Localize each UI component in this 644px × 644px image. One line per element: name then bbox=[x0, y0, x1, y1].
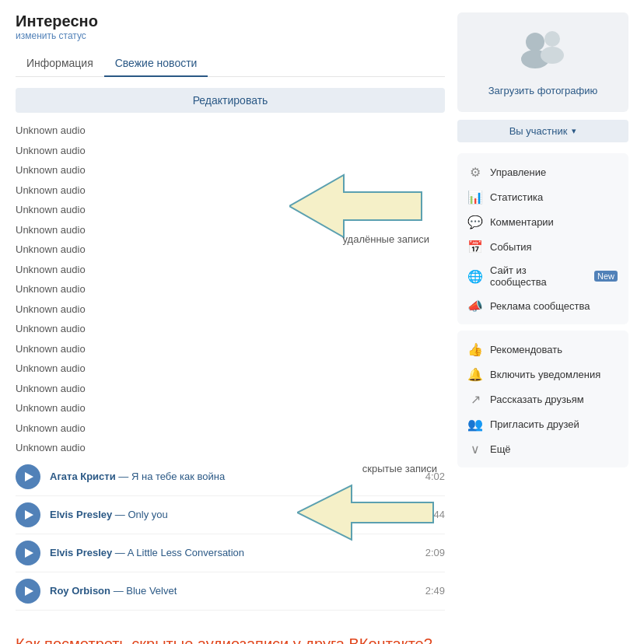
track-title: Я на тебе как война bbox=[131, 471, 225, 482]
change-status-link[interactable]: изменить статус bbox=[16, 30, 445, 41]
sidebar-menu-item[interactable]: 📣 Реклама сообщества bbox=[457, 293, 628, 318]
sidebar-more-item[interactable]: 👍 Рекомендовать bbox=[457, 337, 628, 362]
track-separator: — bbox=[115, 547, 128, 558]
bottom-question: Как посмотреть скрытые аудиозаписи у дру… bbox=[0, 623, 644, 645]
unknown-audio-item: Unknown audio bbox=[16, 299, 445, 320]
tracks-section: Агата Кристи — Я на тебе как война 4:02 … bbox=[16, 458, 445, 611]
sidebar-more-item[interactable]: 👥 Пригласить друзей bbox=[457, 411, 628, 436]
more-menu-label: Включить уведомления bbox=[490, 369, 600, 380]
group-title: Интересно bbox=[16, 12, 445, 30]
main-layout: Интересно изменить статус Информация Све… bbox=[0, 0, 644, 623]
unknown-audio-item: Unknown audio bbox=[16, 379, 445, 399]
group-header: Интересно изменить статус bbox=[16, 12, 445, 41]
sidebar-menu-item[interactable]: 📊 Статистика bbox=[457, 184, 628, 209]
unknown-audio-item: Unknown audio bbox=[16, 339, 445, 359]
menu-item-label: Статистика bbox=[490, 191, 543, 203]
unknown-audio-item: Unknown audio bbox=[16, 160, 445, 180]
unknown-audio-item: Unknown audio bbox=[16, 418, 445, 439]
unknown-audio-item: Unknown audio bbox=[16, 260, 445, 280]
svg-point-6 bbox=[544, 31, 560, 47]
member-button-label: Вы участник bbox=[509, 125, 568, 137]
track-info: Elvis Presley — A Little Less Conversati… bbox=[50, 547, 416, 558]
unknown-audio-item: Unknown audio bbox=[16, 359, 445, 379]
track-info: Агата Кристи — Я на тебе как война bbox=[50, 471, 416, 482]
tab-info[interactable]: Информация bbox=[16, 51, 104, 77]
track-separator: — bbox=[118, 471, 131, 482]
sidebar-menu-item[interactable]: 📅 События bbox=[457, 234, 628, 259]
unknown-audio-item: Unknown audio bbox=[16, 279, 445, 299]
more-menu-icon: ∨ bbox=[468, 442, 482, 456]
more-menu-icon: ↗ bbox=[468, 392, 482, 406]
play-icon bbox=[25, 472, 33, 481]
unknown-audio-item: Unknown audio bbox=[16, 240, 445, 260]
group-avatar-svg bbox=[512, 28, 574, 75]
unknown-audio-list: Unknown audioUnknown audioUnknown audioU… bbox=[16, 121, 445, 458]
unknown-audio-item: Unknown audio bbox=[16, 220, 445, 240]
audio-track: Elvis Presley — Only you 2:44 bbox=[16, 496, 445, 534]
track-duration: 2:09 bbox=[425, 547, 445, 558]
menu-icon: 📊 bbox=[468, 190, 482, 204]
unknown-audio-item: Unknown audio bbox=[16, 398, 445, 418]
audio-track: Агата Кристи — Я на тебе как война 4:02 bbox=[16, 458, 445, 496]
sidebar-more-item[interactable]: ↗ Рассказать друзьям bbox=[457, 387, 628, 411]
unknown-audio-item: Unknown audio bbox=[16, 319, 445, 339]
menu-item-label: Управление bbox=[490, 166, 546, 178]
track-duration: 2:44 bbox=[425, 509, 445, 520]
more-menu-icon: 👥 bbox=[468, 417, 482, 431]
menu-icon: 📅 bbox=[468, 240, 482, 254]
play-button[interactable] bbox=[16, 464, 40, 489]
more-menu-label: Ещё bbox=[490, 443, 511, 455]
audio-track: Elvis Presley — A Little Less Conversati… bbox=[16, 534, 445, 572]
track-info: Roy Orbison — Blue Velvet bbox=[50, 585, 416, 597]
play-button[interactable] bbox=[16, 541, 40, 565]
sidebar-menu-item[interactable]: 💬 Комментарии bbox=[457, 209, 628, 234]
play-icon bbox=[25, 548, 33, 558]
photo-upload-box: Загрузить фотографию bbox=[457, 12, 628, 112]
track-title: Blue Velvet bbox=[126, 585, 177, 597]
more-menu-label: Рекомендовать bbox=[490, 344, 562, 355]
upload-photo-btn[interactable]: Загрузить фотографию bbox=[488, 85, 598, 96]
track-title: A Little Less Conversation bbox=[128, 547, 244, 558]
menu-icon: 💬 bbox=[468, 215, 482, 229]
unknown-audio-item: Unknown audio bbox=[16, 200, 445, 220]
more-items-section: 👍 Рекомендовать 🔔 Включить уведомления ↗… bbox=[457, 331, 628, 467]
play-button[interactable] bbox=[16, 579, 40, 604]
tab-news[interactable]: Свежие новости bbox=[104, 51, 208, 77]
svg-point-4 bbox=[526, 33, 544, 51]
tabs-bar: Информация Свежие новости bbox=[16, 51, 445, 77]
new-badge: New bbox=[594, 271, 618, 282]
menu-icon: ⚙ bbox=[468, 165, 482, 179]
play-button[interactable] bbox=[16, 502, 40, 527]
track-duration: 2:49 bbox=[425, 585, 445, 597]
edit-button[interactable]: Редактировать bbox=[16, 88, 445, 113]
sidebar-more-item[interactable]: 🔔 Включить уведомления bbox=[457, 362, 628, 387]
menu-item-label: Реклама сообщества bbox=[490, 300, 590, 312]
track-artist: Elvis Presley bbox=[50, 509, 112, 520]
svg-point-7 bbox=[541, 47, 564, 64]
more-menu-label: Пригласить друзей bbox=[490, 418, 579, 430]
unknown-audio-item: Unknown audio bbox=[16, 121, 445, 141]
sidebar-menu-item[interactable]: ⚙ Управление bbox=[457, 159, 628, 184]
sidebar-more-item[interactable]: ∨ Ещё bbox=[457, 436, 628, 461]
track-duration: 4:02 bbox=[425, 471, 445, 482]
track-artist: Агата Кристи bbox=[50, 471, 116, 482]
menu-icon: 🌐 bbox=[468, 269, 482, 283]
unknown-audio-item: Unknown audio bbox=[16, 438, 445, 458]
track-info: Elvis Presley — Only you bbox=[50, 509, 416, 520]
audio-section: Unknown audioUnknown audioUnknown audioU… bbox=[16, 121, 445, 458]
member-button[interactable]: Вы участник ▾ bbox=[457, 120, 628, 142]
left-panel: Интересно изменить статус Информация Све… bbox=[16, 12, 445, 611]
avatar-icon bbox=[512, 28, 574, 77]
sidebar-menu-item[interactable]: 🌐 Сайт из сообщества New bbox=[457, 259, 628, 293]
play-icon bbox=[25, 510, 33, 520]
menu-item-label: Комментарии bbox=[490, 216, 554, 228]
right-panel: Загрузить фотографию Вы участник ▾ ⚙ Упр… bbox=[457, 12, 628, 467]
more-menu-icon: 🔔 bbox=[468, 367, 482, 381]
unknown-audio-item: Unknown audio bbox=[16, 141, 445, 161]
more-menu-label: Рассказать друзьям bbox=[490, 394, 584, 405]
track-separator: — bbox=[114, 585, 127, 597]
menu-section: ⚙ Управление 📊 Статистика 💬 Комментарии … bbox=[457, 153, 628, 324]
unknown-audio-item: Unknown audio bbox=[16, 180, 445, 201]
audio-track: Roy Orbison — Blue Velvet 2:49 bbox=[16, 572, 445, 611]
menu-item-label: Сайт из сообщества bbox=[490, 264, 583, 288]
